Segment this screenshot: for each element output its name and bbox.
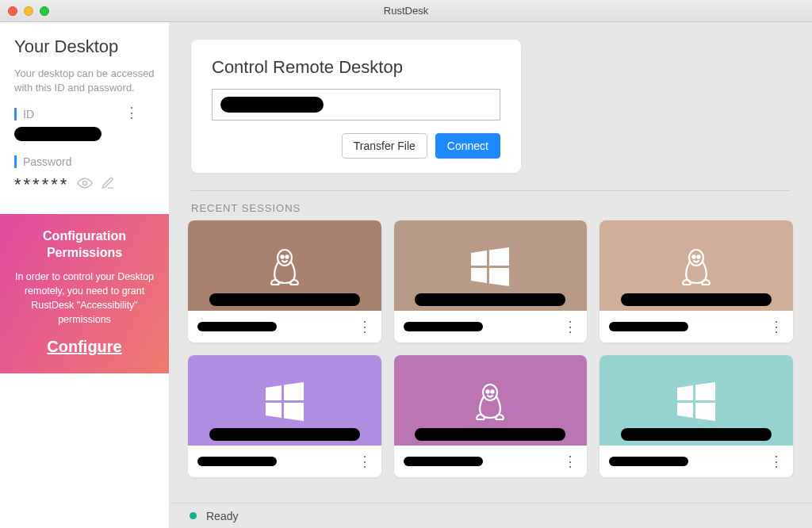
redacted-session-name bbox=[621, 293, 772, 306]
close-window-button[interactable] bbox=[8, 6, 17, 16]
session-menu-icon[interactable]: ⋮ bbox=[563, 457, 577, 465]
id-field-block: ID ⋮ bbox=[14, 108, 155, 121]
session-footer: ⋮ bbox=[188, 446, 381, 477]
edit-icon[interactable] bbox=[101, 176, 115, 193]
session-preview bbox=[394, 355, 588, 446]
session-footer: ⋮ bbox=[599, 446, 793, 477]
window-title: RustDesk bbox=[384, 5, 428, 17]
permissions-title-l2: Permissions bbox=[47, 246, 122, 259]
session-tile[interactable]: ⋮ bbox=[599, 220, 793, 342]
session-tile[interactable]: ⋮ bbox=[188, 220, 381, 342]
redacted-session-id bbox=[404, 322, 483, 331]
session-preview bbox=[188, 355, 381, 446]
password-field-block: Password bbox=[14, 155, 155, 168]
statusbar: Ready bbox=[169, 503, 812, 528]
session-menu-icon[interactable]: ⋮ bbox=[769, 457, 783, 465]
zoom-window-button[interactable] bbox=[40, 6, 49, 16]
transfer-file-button[interactable]: Transfer File bbox=[342, 133, 427, 159]
connect-button[interactable]: Connect bbox=[435, 133, 500, 159]
status-text: Ready bbox=[206, 510, 238, 522]
windows-icon bbox=[672, 378, 720, 429]
session-tile[interactable]: ⋮ bbox=[394, 220, 588, 342]
password-row: ****** bbox=[14, 174, 155, 195]
redacted-session-name bbox=[209, 293, 360, 306]
password-label: Password bbox=[23, 155, 155, 168]
redacted-session-id bbox=[197, 322, 277, 331]
session-footer: ⋮ bbox=[394, 311, 588, 342]
redacted-remote-id bbox=[220, 97, 324, 113]
session-tile[interactable]: ⋮ bbox=[394, 355, 588, 477]
control-card: Control Remote Desktop Transfer File Con… bbox=[191, 40, 521, 173]
redacted-session-name bbox=[415, 293, 565, 306]
status-dot-icon bbox=[190, 512, 197, 519]
sidebar-description: Your desktop can be accessed with this I… bbox=[14, 67, 155, 95]
session-menu-icon[interactable]: ⋮ bbox=[358, 457, 372, 465]
redacted-session-name bbox=[621, 428, 772, 441]
permissions-card: Configuration Permissions In order to co… bbox=[0, 214, 169, 373]
linux-icon bbox=[466, 378, 514, 429]
session-preview bbox=[188, 220, 381, 311]
session-menu-icon[interactable]: ⋮ bbox=[563, 323, 577, 331]
id-value bbox=[14, 127, 155, 144]
svg-point-0 bbox=[83, 182, 87, 186]
remote-id-input[interactable] bbox=[212, 89, 500, 121]
permissions-title-l1: Configuration bbox=[43, 229, 126, 243]
permissions-body: In order to control your Desktop remotel… bbox=[11, 270, 158, 327]
sidebar-title: Your Desktop bbox=[14, 36, 155, 57]
sessions-grid: ⋮⋮⋮⋮⋮⋮ bbox=[169, 220, 812, 477]
session-footer: ⋮ bbox=[394, 446, 588, 477]
sidebar: Your Desktop Your desktop can be accesse… bbox=[0, 22, 169, 528]
permissions-title: Configuration Permissions bbox=[11, 228, 158, 262]
session-preview bbox=[599, 355, 793, 446]
redacted-session-name bbox=[415, 428, 565, 441]
session-menu-icon[interactable]: ⋮ bbox=[358, 323, 372, 331]
redacted-id bbox=[14, 127, 102, 141]
windows-icon bbox=[261, 378, 308, 429]
redacted-session-id bbox=[609, 322, 688, 331]
configure-link[interactable]: Configure bbox=[11, 338, 158, 356]
redacted-session-name bbox=[209, 428, 360, 441]
id-menu-icon[interactable]: ⋮ bbox=[124, 108, 139, 117]
redacted-session-id bbox=[404, 457, 483, 466]
session-preview bbox=[599, 220, 793, 311]
redacted-session-id bbox=[609, 457, 688, 466]
minimize-window-button[interactable] bbox=[24, 6, 33, 16]
session-menu-icon[interactable]: ⋮ bbox=[769, 323, 783, 331]
session-tile[interactable]: ⋮ bbox=[188, 355, 381, 477]
linux-icon bbox=[261, 243, 308, 294]
control-title: Control Remote Desktop bbox=[212, 57, 500, 78]
titlebar: RustDesk bbox=[0, 0, 812, 22]
recent-sessions-label: RECENT SESSIONS bbox=[191, 202, 812, 214]
session-footer: ⋮ bbox=[188, 311, 381, 342]
section-divider bbox=[191, 190, 790, 191]
redacted-session-id bbox=[197, 457, 277, 466]
main-area: Control Remote Desktop Transfer File Con… bbox=[169, 22, 812, 528]
session-preview bbox=[394, 220, 588, 311]
session-footer: ⋮ bbox=[599, 311, 793, 342]
linux-icon bbox=[672, 243, 720, 294]
control-buttons: Transfer File Connect bbox=[212, 133, 500, 159]
window-controls bbox=[8, 6, 49, 16]
windows-icon bbox=[466, 243, 514, 294]
password-mask: ****** bbox=[14, 174, 69, 195]
session-tile[interactable]: ⋮ bbox=[599, 355, 793, 477]
eye-icon[interactable] bbox=[77, 175, 93, 194]
